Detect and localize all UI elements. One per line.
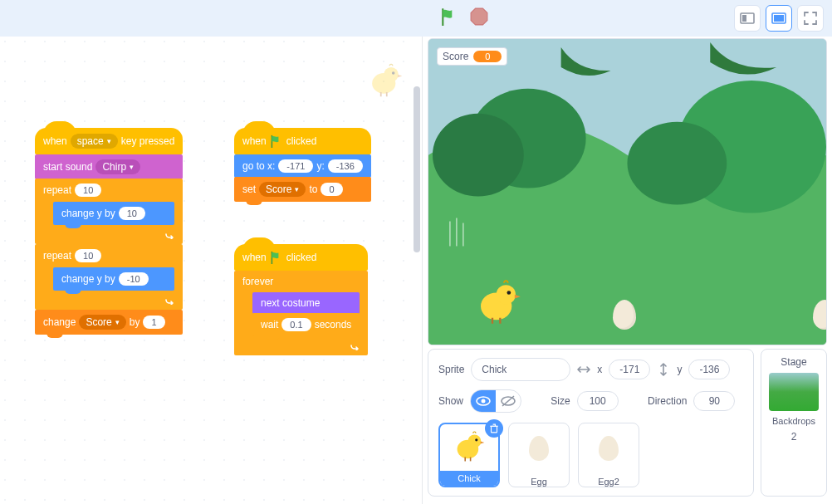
sprite-name: Chick xyxy=(440,471,498,486)
block-text: wait xyxy=(261,319,278,330)
backdrops-count: 2 xyxy=(791,431,797,443)
green-flag-button[interactable] xyxy=(440,7,458,29)
direction-label: Direction xyxy=(648,395,687,407)
fullscreen-button[interactable] xyxy=(797,5,824,32)
when-flag-clicked-block[interactable]: when clicked xyxy=(234,244,368,271)
block-text: go to x: xyxy=(242,160,275,172)
flag-icon xyxy=(270,251,283,264)
forever-block[interactable]: forever next costume wait 0.1 seconds xyxy=(234,271,368,355)
backdrops-label: Backdrops xyxy=(772,416,815,426)
flag-icon xyxy=(270,135,283,148)
visibility-toggle xyxy=(470,389,521,413)
script-stack-1[interactable]: when space key pressed start sound Chirp… xyxy=(35,128,183,334)
next-costume-block[interactable]: next costume xyxy=(252,292,360,314)
script-area[interactable]: when space key pressed start sound Chirp… xyxy=(0,37,423,504)
sprite-card-chick[interactable]: Chick xyxy=(438,423,500,487)
change-y-input[interactable]: 10 xyxy=(119,207,145,220)
repeat-block[interactable]: repeat10 change y by 10 xyxy=(35,179,183,244)
set-to-input[interactable]: 0 xyxy=(321,183,342,196)
hide-button[interactable] xyxy=(496,390,521,412)
repeat-block[interactable]: repeat10 change y by -10 xyxy=(35,244,183,310)
block-text: y: xyxy=(316,160,324,172)
variable-name: Score xyxy=(443,51,468,62)
stop-button[interactable] xyxy=(470,7,488,29)
block-text: seconds xyxy=(315,319,352,330)
stage-thumbnail[interactable] xyxy=(769,373,819,411)
x-icon xyxy=(577,363,590,376)
change-y-block[interactable]: change y by -10 xyxy=(53,267,174,291)
stage-panel: Stage Backdrops 2 xyxy=(761,349,827,497)
svg-point-19 xyxy=(627,122,727,205)
direction-input[interactable]: 90 xyxy=(693,391,735,411)
y-input[interactable]: -136 xyxy=(328,159,363,173)
block-text: next costume xyxy=(261,297,320,309)
x-input[interactable]: -171 xyxy=(609,360,650,379)
sprite-info-panel: Sprite Chick x -171 y -136 Show xyxy=(428,349,754,497)
sprite-name: Egg xyxy=(531,477,547,487)
sprite-name: Egg2 xyxy=(598,477,619,487)
variable-dropdown[interactable]: Score xyxy=(259,182,306,197)
x-input[interactable]: -171 xyxy=(278,159,313,173)
right-column: Score 0 Sprite Chick x -171 y -136 xyxy=(423,37,832,504)
set-variable-block[interactable]: set Score to 0 xyxy=(234,177,371,202)
small-stage-button[interactable] xyxy=(734,5,761,32)
block-text: set xyxy=(242,183,256,195)
sprite-card-egg2[interactable]: Egg2 xyxy=(578,423,639,487)
block-text: when xyxy=(43,135,67,147)
repeat-count-input[interactable]: 10 xyxy=(75,183,101,197)
change-y-input[interactable]: -10 xyxy=(119,272,149,286)
block-text: change y by xyxy=(61,273,115,285)
block-text: clicked xyxy=(286,135,317,147)
sprite-watermark-icon xyxy=(367,61,404,101)
repeat-count-input[interactable]: 10 xyxy=(75,249,101,262)
wait-input[interactable]: 0.1 xyxy=(281,318,311,331)
block-text: when xyxy=(242,135,267,147)
y-icon xyxy=(657,363,670,376)
block-text: change xyxy=(43,316,76,328)
sprite-card-egg[interactable]: Egg xyxy=(508,423,570,487)
block-text: start sound xyxy=(43,161,92,173)
show-button[interactable] xyxy=(471,390,496,412)
wait-block[interactable]: wait 0.1 seconds xyxy=(252,313,360,336)
block-text: repeat xyxy=(43,184,71,196)
variable-monitor[interactable]: Score 0 xyxy=(437,47,507,66)
stage[interactable]: Score 0 xyxy=(428,38,827,345)
block-text: clicked xyxy=(286,252,317,263)
change-by-input[interactable]: 1 xyxy=(143,316,164,329)
large-stage-button[interactable] xyxy=(766,5,792,32)
top-bar xyxy=(0,0,832,37)
svg-point-17 xyxy=(433,114,524,197)
sprite-chick[interactable] xyxy=(475,276,521,330)
start-sound-block[interactable]: start sound Chirp xyxy=(35,154,183,179)
scrollbar[interactable] xyxy=(414,86,420,252)
script-stack-3[interactable]: when clicked forever next costume wait 0… xyxy=(234,244,368,355)
script-stack-2[interactable]: when clicked go to x: -171 y: -136 set S… xyxy=(234,128,371,201)
block-text: forever xyxy=(242,276,273,287)
block-text: change y by xyxy=(61,208,115,219)
block-text: repeat xyxy=(43,250,71,262)
key-dropdown[interactable]: space xyxy=(71,134,118,149)
show-label: Show xyxy=(438,395,463,407)
sprite-egg[interactable] xyxy=(613,300,636,330)
block-text: key pressed xyxy=(121,135,175,147)
y-label: y xyxy=(677,364,682,375)
change-variable-block[interactable]: change Score by 1 xyxy=(35,310,183,335)
size-label: Size xyxy=(551,395,570,407)
block-text: when xyxy=(242,252,267,263)
when-flag-clicked-block[interactable]: when clicked xyxy=(234,128,371,154)
delete-sprite-button[interactable] xyxy=(485,419,503,438)
size-input[interactable]: 100 xyxy=(577,391,619,411)
sprite-label: Sprite xyxy=(438,364,464,375)
block-text: by xyxy=(130,316,140,328)
sprite-name-input[interactable]: Chick xyxy=(471,358,570,381)
goto-xy-block[interactable]: go to x: -171 y: -136 xyxy=(234,154,371,178)
when-key-pressed-block[interactable]: when space key pressed xyxy=(35,128,183,154)
y-input[interactable]: -136 xyxy=(688,360,730,379)
block-text: to xyxy=(309,183,317,195)
variable-dropdown[interactable]: Score xyxy=(79,315,125,330)
variable-value: 0 xyxy=(473,51,502,62)
stage-title: Stage xyxy=(781,356,806,368)
sound-dropdown[interactable]: Chirp xyxy=(95,159,140,174)
change-y-block[interactable]: change y by 10 xyxy=(53,202,174,225)
x-label: x xyxy=(597,364,602,375)
